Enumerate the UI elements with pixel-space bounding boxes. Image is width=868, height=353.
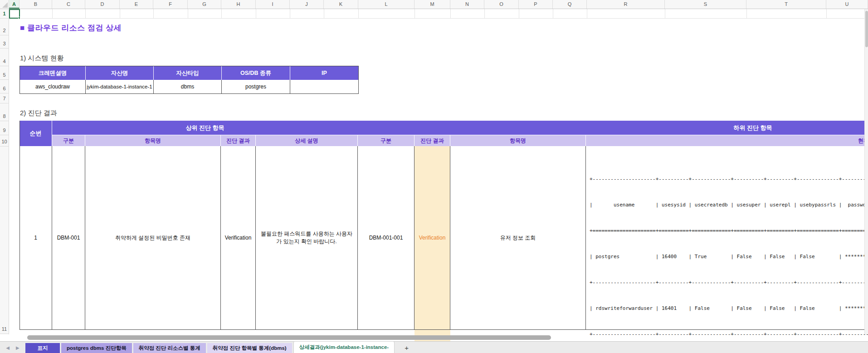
column-header-f[interactable]: F	[153, 0, 188, 9]
selected-cell-a1[interactable]	[9, 9, 20, 19]
band-lower-items[interactable]: 하위 진단 항목	[358, 121, 868, 135]
tab-stats-by-item[interactable]: 취약점 진단 항목별 통계(dbms)	[207, 343, 292, 353]
column-header-u[interactable]: U	[826, 0, 868, 9]
status-ascii-table: +---------------------+----------+------…	[590, 157, 868, 353]
row-header-11[interactable]: 11	[0, 326, 9, 333]
column-header-s[interactable]: S	[665, 0, 746, 9]
header-seq[interactable]: 순번	[20, 121, 52, 146]
cell-lower-code[interactable]: DBM-001-001	[358, 146, 414, 329]
row-tick	[0, 135, 9, 135]
subheader-result-lower[interactable]: 진단 결과	[414, 135, 450, 146]
header-osdb-type[interactable]: OS/DB 종류	[222, 66, 290, 80]
subheader-status[interactable]: 현황	[586, 135, 868, 146]
subheader-detail[interactable]: 상세 설명	[256, 135, 358, 146]
column-header-h[interactable]: H	[221, 0, 256, 9]
tab-detail-result[interactable]: 상세결과(jykim-database-1-instance-	[293, 341, 395, 353]
subheader-result-upper[interactable]: 진단 결과	[221, 135, 256, 146]
subheader-item-lower[interactable]: 항목명	[450, 135, 586, 146]
column-header-m[interactable]: M	[414, 0, 450, 9]
column-header-b[interactable]: B	[20, 0, 52, 9]
tab-nav-prev-icon[interactable]: ◀	[6, 345, 10, 350]
column-header-k[interactable]: K	[324, 0, 358, 9]
column-header-t[interactable]: T	[746, 0, 826, 9]
section1-heading[interactable]: 1) 시스템 현황	[20, 54, 64, 63]
column-header-a[interactable]: A	[9, 0, 20, 9]
vertical-scrollbar-thumb[interactable]	[865, 11, 868, 47]
tab-navigation: ◀ ▶	[0, 342, 25, 353]
cell-lower-result[interactable]: Verification	[414, 146, 450, 329]
column-header-r[interactable]: R	[587, 0, 665, 9]
sheet-tab-bar: ◀ ▶ 표지 자산목록 postgres dbms 진단항목 취약점 진단 리소…	[0, 341, 868, 353]
header-ip[interactable]: IP	[290, 66, 358, 80]
subheader-gubun-upper[interactable]: 구분	[52, 135, 85, 146]
header-asset-type[interactable]: 자산타입	[154, 66, 222, 80]
ascii-line: | rdswriteforwarduser | 16401 | False | …	[590, 304, 868, 313]
section2-heading[interactable]: 2) 진단 결과	[20, 109, 57, 118]
cell-osdb-type[interactable]: postgres	[222, 80, 290, 93]
selection-fill-handle[interactable]	[18, 17, 20, 19]
row-tick	[0, 121, 9, 121]
row-header-2[interactable]: 2	[0, 27, 9, 34]
ascii-line: +---------------------+----------+------…	[590, 175, 868, 183]
column-header-e[interactable]: E	[120, 0, 153, 9]
cell-upper-result[interactable]: Verification	[221, 146, 256, 329]
tab-cover[interactable]: 표지	[25, 343, 60, 353]
cell-ip[interactable]	[290, 80, 358, 93]
cell-upper-item[interactable]: 취약하게 설정된 비밀번호 존재	[85, 146, 221, 329]
cell-seq[interactable]: 1	[20, 146, 52, 329]
select-all-corner[interactable]	[0, 0, 9, 9]
row-tick	[0, 66, 9, 66]
cell-asset-name[interactable]: jykim-database-1-instance-1	[86, 80, 154, 93]
row-tick	[0, 35, 9, 35]
cell-upper-code[interactable]: DBM-001	[52, 146, 85, 329]
grid-line	[358, 9, 359, 18]
cell-asset-type[interactable]: dbms	[154, 80, 222, 93]
row-header-3[interactable]: 3	[0, 40, 9, 47]
column-header-n[interactable]: N	[450, 0, 484, 9]
row-header-9[interactable]: 9	[0, 127, 9, 134]
row-tick	[0, 79, 9, 80]
cell-lower-item[interactable]: 유저 정보 조회	[450, 146, 586, 329]
grid-line	[826, 9, 827, 18]
row-header-5[interactable]: 5	[0, 72, 9, 78]
column-header-p[interactable]: P	[519, 0, 553, 9]
ascii-line: | usename | usesysid | usecreatedb | use…	[590, 201, 868, 209]
row-header-7[interactable]: 7	[0, 95, 9, 102]
column-header-j[interactable]: J	[290, 0, 324, 9]
cell-upper-detail[interactable]: 불필요한 패스워드를 사용하는 사용자가 있는지 확인 바랍니다.	[256, 146, 358, 329]
column-header-l[interactable]: L	[358, 0, 414, 9]
tab-postgres-items[interactable]: postgres dbms 진단항목	[61, 343, 132, 353]
row-header-10[interactable]: 10	[0, 138, 9, 145]
grid-line	[52, 9, 53, 18]
vertical-scrollbar[interactable]	[864, 9, 868, 334]
tab-nav-next-icon[interactable]: ▶	[16, 345, 20, 350]
subheader-item-upper[interactable]: 항목명	[85, 135, 221, 146]
horizontal-scrollbar-thumb[interactable]	[27, 335, 551, 340]
row-tick	[0, 103, 9, 103]
table-border	[20, 329, 868, 330]
row-header-1[interactable]: 1	[0, 10, 9, 17]
header-asset-name[interactable]: 자산명	[86, 66, 154, 80]
column-header-q[interactable]: Q	[553, 0, 587, 9]
row-header-4[interactable]: 4	[0, 58, 9, 65]
page-title[interactable]: ■ 클라우드 리소스 점검 상세	[20, 23, 122, 33]
column-header-i[interactable]: I	[256, 0, 290, 9]
cell-credential-name[interactable]: aws_cloudraw	[20, 80, 86, 93]
row-header-8[interactable]: 8	[0, 113, 9, 120]
ascii-line: +---------------------+----------+------…	[590, 278, 868, 287]
column-header-g[interactable]: G	[188, 0, 221, 9]
add-sheet-button[interactable]: +	[401, 342, 412, 353]
row-tick	[0, 93, 9, 93]
header-credential-name[interactable]: 크레덴셜명	[20, 66, 86, 80]
column-header-d[interactable]: D	[85, 0, 120, 9]
row-header-6[interactable]: 6	[0, 85, 9, 92]
column-header-o[interactable]: O	[484, 0, 519, 9]
column-header-c[interactable]: C	[52, 0, 85, 9]
grid-line	[587, 9, 587, 18]
sheet-tabs: 표지 자산목록 postgres dbms 진단항목 취약점 진단 리소스별 통…	[25, 341, 395, 353]
grid-line	[256, 9, 256, 18]
subheader-gubun-lower[interactable]: 구분	[358, 135, 414, 146]
tab-stats-by-resource[interactable]: 취약점 진단 리소스별 통계	[133, 343, 206, 353]
grid-line	[450, 9, 451, 18]
band-upper-items[interactable]: 상위 진단 항목	[52, 121, 358, 135]
